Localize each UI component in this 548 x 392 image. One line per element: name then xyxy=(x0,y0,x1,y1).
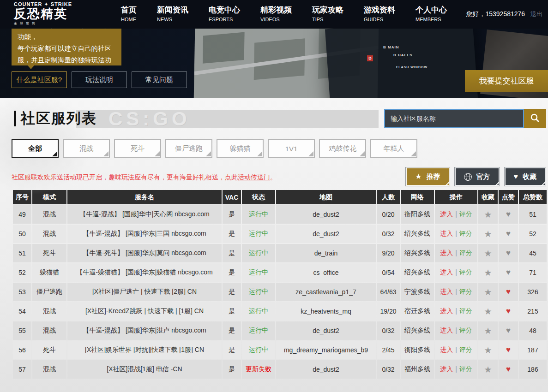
event-portal-link[interactable]: 活动传送门 xyxy=(238,173,270,181)
enter-link[interactable]: 进入 xyxy=(440,307,453,315)
like-heart-icon[interactable]: ♥ xyxy=(506,249,511,257)
map-label: FLASH WINDOW xyxy=(396,65,428,69)
enter-link[interactable]: 进入 xyxy=(440,346,453,353)
rate-link[interactable]: 评分 xyxy=(459,230,472,237)
like-heart-icon[interactable]: ♥ xyxy=(506,287,511,296)
rate-link[interactable]: 评分 xyxy=(459,268,472,276)
enter-link[interactable]: 进入 xyxy=(440,268,453,276)
search-button[interactable] xyxy=(524,109,546,128)
like-heart-icon[interactable]: ♥ xyxy=(506,307,511,315)
tooltip-pointer xyxy=(28,65,34,69)
nav-item-label-en: GUIDES xyxy=(364,17,395,22)
like-heart-icon[interactable]: ♥ xyxy=(506,268,511,277)
logo-cn-sub: 全球攻势 xyxy=(14,22,74,25)
favorites-button[interactable]: ♥ 收藏 xyxy=(504,167,547,186)
mode-filter-tab[interactable]: 躲猫猫 xyxy=(217,139,264,158)
cell-vac: 是 xyxy=(223,263,241,282)
hero-info-button[interactable]: 什么是社区服? xyxy=(12,71,67,88)
nav-menu-item[interactable]: 玩家攻略 TIPS xyxy=(312,5,343,22)
user-greeting: 您好，15392581276 xyxy=(466,10,525,18)
nav-item-label-en: NEWS xyxy=(157,17,188,22)
like-heart-icon[interactable]: ♥ xyxy=(506,210,511,219)
nav-menu-item[interactable]: 精彩视频 VIDEOS xyxy=(260,5,292,22)
nav-menu-item[interactable]: 新闻资讯 NEWS xyxy=(157,5,188,22)
favorite-star-icon[interactable]: ★ xyxy=(484,210,492,220)
enter-link[interactable]: 进入 xyxy=(440,288,453,295)
cell-index: 57 xyxy=(13,360,31,379)
rate-link[interactable]: 评分 xyxy=(459,346,472,353)
cell-players: 0/20 xyxy=(377,205,400,224)
cell-map: ze_castlevania_p1_7 xyxy=(276,283,376,301)
notice-text: 社区服联欢欢乐送活动现已开启，趣味玩法应有尽有，更有海量好礼相送，点此 xyxy=(12,173,238,181)
cell-vac: 是 xyxy=(223,225,241,243)
favorite-star-icon[interactable]: ★ xyxy=(484,229,492,239)
enter-link[interactable]: 进入 xyxy=(440,210,453,218)
like-heart-icon[interactable]: ♥ xyxy=(506,345,511,354)
mode-filter-tab[interactable]: 年糕人 xyxy=(370,139,417,158)
cell-status: 运行中 xyxy=(242,205,275,224)
rate-link[interactable]: 评分 xyxy=(459,288,472,295)
rate-link[interactable]: 评分 xyxy=(459,249,472,256)
mode-filter-tab[interactable]: 1V1 xyxy=(268,139,315,158)
cell-total-likes: 52 xyxy=(519,225,547,243)
favorite-star-icon[interactable]: ★ xyxy=(484,268,492,278)
nav-item-label-zh: 玩家攻略 xyxy=(312,5,343,15)
search-input[interactable] xyxy=(384,109,524,128)
favorite-star-icon[interactable]: ★ xyxy=(484,345,492,355)
enter-link[interactable]: 进入 xyxy=(440,365,453,373)
cell-players: 9/20 xyxy=(377,244,400,262)
column-header: 模式 xyxy=(32,190,66,204)
favorite-star-icon[interactable]: ★ xyxy=(484,249,492,258)
site-logo[interactable]: COUNTER ✦ STRIKE 反恐精英 全球攻势 xyxy=(14,2,74,25)
nav-menu-item[interactable]: 首页 HOME xyxy=(121,5,137,22)
cell-total-likes: 51 xyxy=(519,205,547,224)
mode-filter-tab[interactable]: 全部 xyxy=(12,139,59,158)
rate-link[interactable]: 评分 xyxy=(459,307,472,315)
favorite-star-icon[interactable]: ★ xyxy=(484,287,492,297)
mode-filter-tab[interactable]: 鸡鼓传花 xyxy=(319,139,366,158)
like-heart-icon[interactable]: ♥ xyxy=(506,229,511,238)
cell-status: 运行中 xyxy=(242,263,275,282)
watermark-strip: CS:GO xyxy=(76,110,379,128)
page-title: 社区服列表 xyxy=(21,109,97,128)
nav-menu-item[interactable]: 个人中心 MEMBERS xyxy=(416,5,447,22)
enter-link[interactable]: 进入 xyxy=(440,249,453,256)
enter-link[interactable]: 进入 xyxy=(440,230,453,237)
cell-players: 0/54 xyxy=(377,263,400,282)
like-heart-icon[interactable]: ♥ xyxy=(506,326,511,335)
server-search xyxy=(384,109,546,128)
cell-map: de_dust2 xyxy=(276,205,376,224)
logout-link[interactable]: 退出 xyxy=(530,11,542,18)
cell-status: 运行中 xyxy=(242,341,275,359)
like-heart-icon[interactable]: ♥ xyxy=(506,365,511,374)
favorite-star-icon[interactable]: ★ xyxy=(484,307,492,316)
official-button[interactable]: 官方 xyxy=(454,167,500,186)
favorite-star-icon[interactable]: ★ xyxy=(484,326,492,336)
op-separator: | xyxy=(455,230,457,237)
cell-mode: 混战 xyxy=(32,205,66,224)
column-header: 点赞 xyxy=(499,190,518,204)
mode-filter-tab[interactable]: 死斗 xyxy=(114,139,161,158)
recommend-button[interactable]: ★ 推荐 xyxy=(405,167,450,186)
list-header: CS:GO 社区服列表 xyxy=(0,98,548,137)
favorite-star-icon[interactable]: ★ xyxy=(484,365,492,374)
rate-link[interactable]: 评分 xyxy=(459,365,472,373)
nav-menu-item[interactable]: 电竞中心 ESPORTS xyxy=(209,5,240,22)
mode-filter-tab[interactable]: 混战 xyxy=(63,139,110,158)
main-content: CS:GO 社区服列表 全部 混战 死斗 僵尸逃跑 躲猫猫 1V1 鸡鼓传花 年… xyxy=(0,98,548,392)
heart-icon: ♥ xyxy=(514,173,518,180)
nav-item-label-zh: 精彩视频 xyxy=(260,5,292,15)
rate-link[interactable]: 评分 xyxy=(459,327,472,334)
enter-link[interactable]: 进入 xyxy=(440,327,453,334)
hero-info-button[interactable]: 玩法说明 xyxy=(72,71,127,88)
rate-link[interactable]: 评分 xyxy=(459,210,472,218)
submit-server-button[interactable]: 我要提交社区服 xyxy=(465,70,548,92)
nav-item-label-zh: 个人中心 xyxy=(416,5,447,15)
cell-total-likes: 48 xyxy=(519,321,547,340)
table-row: 53 僵尸逃跑 [X社区]僵尸逃亡 | 快速下载 [2服] CN 是 运行中 z… xyxy=(13,283,547,301)
cell-mode: 混战 xyxy=(32,321,66,340)
nav-menu-item[interactable]: 游戏资料 GUIDES xyxy=(364,5,395,22)
mode-filter-tab[interactable]: 僵尸逃跑 xyxy=(165,139,212,158)
hero-info-button[interactable]: 常见问题 xyxy=(132,71,187,88)
cell-favorite: ★ xyxy=(478,321,498,340)
